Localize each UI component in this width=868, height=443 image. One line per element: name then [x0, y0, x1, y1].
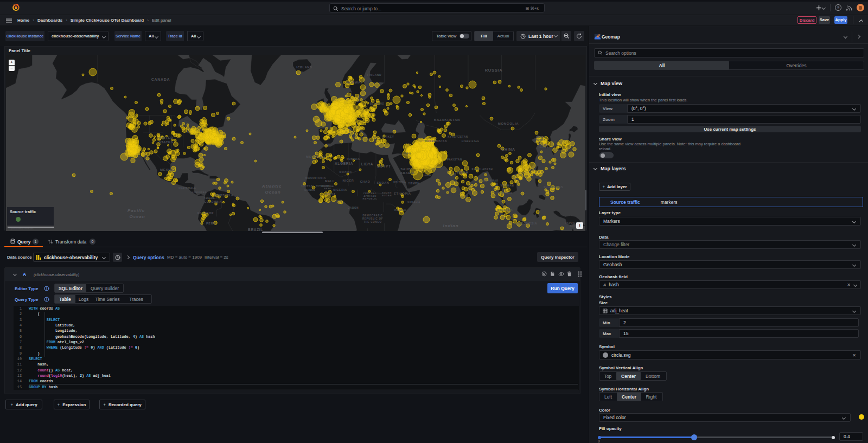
- svg-text:ALGERIA: ALGERIA: [335, 162, 353, 165]
- svg-text:KOREA: KOREA: [536, 138, 546, 141]
- svg-text:IRAQ: IRAQ: [404, 152, 411, 155]
- svg-text:WESTERN: WESTERN: [340, 171, 352, 174]
- svg-text:LIBYA: LIBYA: [361, 162, 373, 166]
- svg-text:ERITREA: ERITREA: [393, 181, 406, 183]
- svg-text:GABON: GABON: [348, 207, 359, 209]
- svg-text:NIGERIA: NIGERIA: [333, 188, 347, 191]
- svg-text:CAMBODIA: CAMBODIA: [497, 191, 513, 194]
- svg-text:KYRGYZSTAN: KYRGYZSTAN: [448, 136, 468, 138]
- svg-text:PANAMA: PANAMA: [204, 197, 215, 200]
- svg-text:THE CONGO: THE CONGO: [363, 221, 382, 223]
- svg-text:GHANA: GHANA: [326, 192, 336, 195]
- svg-text:CHAD: CHAD: [360, 180, 371, 183]
- svg-text:REPUBLIC: REPUBLIC: [362, 197, 377, 200]
- svg-text:VIETNAM: VIETNAM: [500, 184, 514, 187]
- svg-text:KENYA: KENYA: [394, 208, 406, 211]
- svg-text:SAUDI: SAUDI: [400, 168, 412, 171]
- svg-text:PAKISTAN: PAKISTAN: [447, 158, 462, 161]
- svg-text:Ocean: Ocean: [265, 190, 281, 195]
- svg-text:KOREA: KOREA: [540, 146, 548, 149]
- svg-text:Atlantic: Atlantic: [261, 184, 282, 189]
- svg-text:SOMALIA: SOMALIA: [407, 201, 420, 203]
- svg-text:SENEGAL: SENEGAL: [301, 184, 314, 187]
- svg-text:KAZAKHSTAN: KAZAKHSTAN: [434, 118, 460, 121]
- svg-text:RUSSIA: RUSSIA: [485, 68, 503, 73]
- svg-text:MOROCCO: MOROCCO: [306, 155, 326, 158]
- svg-text:Ocean: Ocean: [130, 214, 145, 219]
- svg-text:SURINAME: SURINAME: [316, 184, 330, 187]
- svg-text:TURKEY: TURKEY: [382, 136, 394, 138]
- svg-text:MALAYSIA: MALAYSIA: [497, 209, 513, 211]
- svg-text:FASO: FASO: [324, 187, 331, 190]
- svg-text:ETHIOPIA: ETHIOPIA: [394, 192, 411, 195]
- svg-text:MEXICO: MEXICO: [160, 168, 175, 171]
- svg-text:PHILIPPINES: PHILIPPINES: [544, 186, 563, 189]
- svg-text:ARABIA: ARABIA: [400, 171, 415, 175]
- svg-text:FINLAND: FINLAND: [367, 73, 382, 76]
- svg-text:UZBEKISTAN: UZBEKISTAN: [462, 140, 479, 143]
- svg-text:GUATEMALA: GUATEMALA: [178, 187, 196, 189]
- svg-text:MALI: MALI: [325, 179, 334, 183]
- svg-text:BANGLADESH: BANGLADESH: [472, 168, 493, 171]
- svg-text:Pacific: Pacific: [127, 208, 145, 213]
- svg-text:ICELAND: ICELAND: [296, 66, 312, 69]
- svg-text:BELARUS: BELARUS: [370, 102, 385, 105]
- svg-text:EGYPT: EGYPT: [377, 164, 391, 168]
- svg-text:MONGOLIA: MONGOLIA: [498, 122, 519, 125]
- svg-text:UNITED: UNITED: [159, 136, 174, 139]
- svg-text:MAURITANIA: MAURITANIA: [305, 176, 326, 179]
- svg-text:TUNISIA: TUNISIA: [347, 157, 360, 160]
- svg-text:NIGER: NIGER: [343, 179, 354, 182]
- svg-text:GUINEA: GUINEA: [304, 189, 316, 191]
- svg-text:PERU: PERU: [206, 222, 216, 225]
- svg-text:COLOMBIA: COLOMBIA: [205, 200, 222, 203]
- svg-text:TURKMENISTAN: TURKMENISTAN: [423, 140, 447, 143]
- svg-text:CHINA: CHINA: [501, 147, 515, 151]
- svg-text:BRAZIL: BRAZIL: [248, 228, 263, 231]
- svg-text:SUDAN: SUDAN: [382, 194, 392, 197]
- svg-text:HONDURAS: HONDURAS: [192, 191, 207, 194]
- svg-text:STATES: STATES: [159, 140, 174, 144]
- svg-text:CANADA: CANADA: [151, 78, 170, 81]
- svg-text:ECUADOR: ECUADOR: [197, 211, 214, 215]
- svg-text:Indian: Indian: [443, 223, 459, 228]
- svg-text:NORWAY: NORWAY: [347, 81, 363, 84]
- svg-text:YEMEN: YEMEN: [408, 182, 419, 185]
- svg-text:OMAN: OMAN: [423, 174, 431, 177]
- svg-text:REPUBLIC OF: REPUBLIC OF: [362, 217, 383, 220]
- svg-text:SUDAN: SUDAN: [376, 181, 389, 184]
- svg-text:VENEZUELA: VENEZUELA: [214, 194, 234, 197]
- svg-text:INDIA: INDIA: [457, 170, 468, 174]
- svg-text:MYANMAR: MYANMAR: [483, 179, 499, 182]
- svg-text:DEMOCRATIC: DEMOCRATIC: [362, 214, 382, 217]
- svg-text:INDONESIA: INDONESIA: [518, 222, 538, 225]
